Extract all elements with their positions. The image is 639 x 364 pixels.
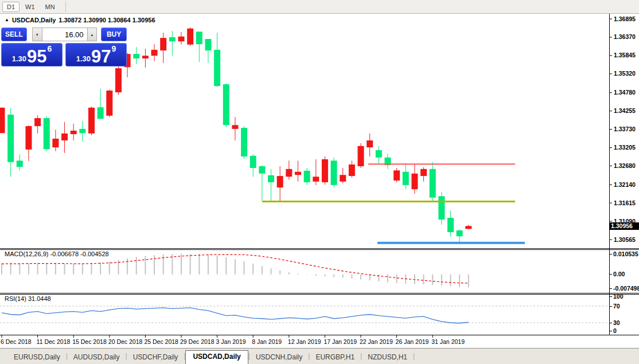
svg-text:26 Jan 2019: 26 Jan 2019 — [396, 338, 429, 345]
svg-text:29 Dec 2018: 29 Dec 2018 — [180, 338, 215, 345]
volume-decrease-button[interactable]: ▼ — [32, 28, 42, 41]
buy-price-prefix: 1.30 — [76, 54, 91, 63]
tab-separator: | — [413, 352, 415, 361]
svg-text:12 Jan 2019: 12 Jan 2019 — [288, 338, 321, 345]
svg-text:1.34255: 1.34255 — [614, 107, 636, 114]
timeframe-button-mn[interactable]: MN — [41, 2, 60, 12]
svg-text:-0.007498: -0.007498 — [613, 285, 639, 292]
chart-title-bar: ▲ USDCAD,Daily 1.30872 1.30990 1.30864 1… — [5, 17, 155, 24]
price-axis: 1.368951.363701.358451.353201.347801.342… — [609, 15, 636, 243]
volume-increase-button[interactable]: ▲ — [88, 28, 98, 41]
macd-indicator-label: MACD(12,26,9) -0.006678 -0.004528 — [5, 251, 109, 257]
svg-text:1.32680: 1.32680 — [614, 162, 636, 169]
svg-text:0.010535: 0.010535 — [613, 251, 638, 257]
toolbar-separator — [65, 2, 66, 12]
macd-axis: 0.0105350.00-0.007498 — [609, 251, 639, 292]
timeframe-toolbar: D1W1MN — [0, 0, 639, 14]
svg-text:25 Dec 2018: 25 Dec 2018 — [144, 338, 178, 345]
buy-price-pip-digit: 9 — [112, 44, 116, 53]
svg-text:1.33205: 1.33205 — [614, 144, 636, 151]
svg-text:1.35845: 1.35845 — [614, 52, 636, 58]
sell-price-prefix: 1.30 — [12, 54, 26, 63]
svg-text:8 Jan 2019: 8 Jan 2019 — [252, 338, 282, 345]
svg-text:3 Jan 2019: 3 Jan 2019 — [216, 338, 246, 345]
svg-text:15 Dec 2018: 15 Dec 2018 — [72, 338, 107, 345]
chart-tab-usdchf[interactable]: USDCHF,Daily — [127, 351, 184, 364]
svg-text:1.33730: 1.33730 — [614, 126, 636, 132]
volume-input[interactable] — [42, 28, 88, 41]
rsi-line — [2, 308, 469, 323]
chart-tab-eurgbp[interactable]: EURGBP,H1 — [310, 351, 360, 364]
timeframe-button-d1[interactable]: D1 — [2, 2, 20, 12]
rsi-axis: 10070300 — [609, 293, 624, 334]
sell-price-pip-digit: 6 — [48, 44, 52, 53]
chart-symbol-title: USDCAD,Daily — [12, 17, 56, 24]
svg-text:70: 70 — [613, 303, 620, 310]
svg-text:30: 30 — [613, 319, 620, 326]
svg-text:1.32140: 1.32140 — [614, 181, 636, 188]
mt4-window: 1.368951.363701.358451.353201.347801.342… — [0, 0, 639, 364]
collapse-triangle-icon[interactable]: ▲ — [5, 17, 9, 22]
svg-text:1.30565: 1.30565 — [614, 236, 636, 243]
svg-text:0.00: 0.00 — [613, 271, 625, 277]
svg-text:11 Dec 2018: 11 Dec 2018 — [37, 338, 71, 345]
chart-tab-bar: EURUSD,Daily|AUDUSD,Daily|USDCHF,Daily|U… — [0, 348, 639, 364]
svg-text:1.36370: 1.36370 — [614, 33, 636, 40]
macd-histogram — [1, 254, 469, 287]
svg-text:31 Jan 2019: 31 Jan 2019 — [431, 338, 465, 345]
rsi-level-lines — [0, 306, 609, 323]
svg-text:20 Dec 2018: 20 Dec 2018 — [108, 338, 143, 345]
current-price-tag: 1.30956 — [610, 222, 639, 230]
rsi-indicator-label: RSI(14) 31.0448 — [5, 295, 51, 302]
buy-button[interactable]: BUY — [101, 28, 127, 41]
svg-text:1.34780: 1.34780 — [614, 89, 636, 96]
svg-text:1.31615: 1.31615 — [614, 199, 636, 206]
svg-text:100: 100 — [613, 293, 624, 300]
buy-price-box[interactable]: 1.30 97 9 — [65, 43, 127, 66]
sell-button[interactable]: SELL — [1, 28, 27, 41]
svg-text:17 Jan 2019: 17 Jan 2019 — [324, 338, 357, 345]
chart-tab-audusd[interactable]: AUDUSD,Daily — [68, 351, 126, 364]
timeframe-button-w1[interactable]: W1 — [21, 2, 40, 12]
sell-price-big-digits: 95 — [27, 48, 46, 65]
svg-text:1.35320: 1.35320 — [614, 70, 636, 77]
chart-tab-usdcad[interactable]: USDCAD,Daily — [185, 350, 248, 364]
one-click-trading-panel: SELL ▼ ▲ BUY 1.30 95 6 1.30 97 9 — [1, 28, 127, 66]
chart-tab-usdcnh[interactable]: USDCNH,Daily — [250, 351, 308, 364]
chart-tab-eurusd[interactable]: EURUSD,Daily — [8, 351, 66, 364]
svg-text:1.36895: 1.36895 — [614, 15, 636, 22]
svg-text:6 Dec 2018: 6 Dec 2018 — [1, 338, 32, 345]
svg-text:0: 0 — [613, 327, 617, 334]
buy-price-big-digits: 97 — [91, 48, 111, 65]
sell-price-box[interactable]: 1.30 95 6 — [1, 43, 63, 66]
chart-tab-nzdusd[interactable]: NZDUSD,H1 — [362, 351, 413, 364]
date-axis: 6 Dec 201811 Dec 201815 Dec 201820 Dec 2… — [1, 335, 465, 345]
horizontal-lines — [262, 164, 525, 242]
chart-ohlc-values: 1.30872 1.30990 1.30864 1.30956 — [59, 17, 155, 24]
svg-text:22 Jan 2019: 22 Jan 2019 — [360, 338, 393, 345]
